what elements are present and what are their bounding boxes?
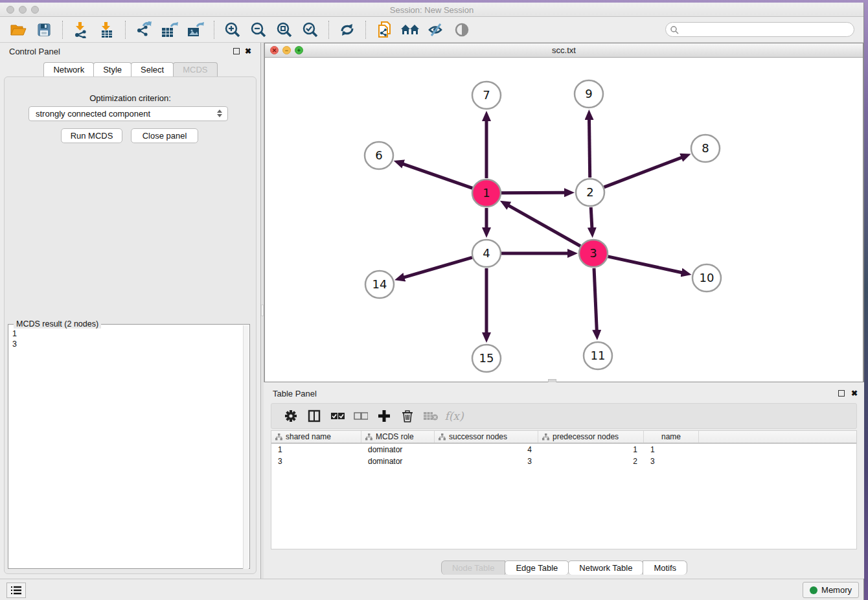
graph-node-4[interactable]: 4 — [472, 240, 501, 267]
column-header-predecessor-nodes[interactable]: predecessor nodes — [538, 431, 644, 443]
graph-node-2[interactable]: 2 — [576, 179, 604, 206]
search-input[interactable] — [679, 25, 854, 34]
apply-layout-icon[interactable] — [334, 20, 360, 40]
network-canvas[interactable]: 7968124314101511 — [265, 58, 863, 382]
unselect-all-columns-icon[interactable] — [349, 406, 372, 426]
table-cell[interactable]: 2 — [538, 457, 644, 467]
table-row[interactable]: 1dominator411 — [271, 445, 856, 456]
graph-edge-1-6[interactable] — [402, 164, 472, 189]
graph-edge-1-2[interactable] — [501, 192, 565, 193]
table-cell[interactable]: 1 — [644, 445, 699, 456]
zoom-fit-icon[interactable] — [271, 20, 297, 40]
show-eye-icon[interactable] — [449, 20, 475, 40]
table-settings-icon[interactable] — [279, 406, 303, 426]
float-panel-icon[interactable] — [233, 48, 240, 54]
import-network-icon[interactable] — [68, 20, 94, 40]
export-network-icon[interactable] — [131, 20, 157, 40]
table-close-icon[interactable]: ✖ — [851, 389, 858, 398]
tab-select[interactable]: Select — [131, 62, 174, 76]
table-cell[interactable]: dominator — [361, 457, 435, 467]
column-header-name[interactable]: name — [644, 431, 699, 443]
close-panel-button[interactable]: Close panel — [131, 128, 198, 143]
graph-edge-3-11[interactable] — [594, 268, 597, 331]
tab-edge-table[interactable]: Edge Table — [505, 560, 569, 575]
column-header-successor-nodes[interactable]: successor nodes — [435, 431, 538, 443]
graph-node-1[interactable]: 1 — [472, 179, 501, 207]
graph-node-14[interactable]: 14 — [365, 271, 394, 298]
table-cell[interactable]: 1 — [538, 445, 644, 456]
open-session-icon[interactable] — [5, 20, 31, 40]
table-cell[interactable]: 3 — [435, 457, 538, 467]
task-history-button[interactable] — [6, 583, 26, 598]
save-session-icon[interactable] — [31, 20, 57, 40]
table-cell[interactable]: 4 — [435, 445, 538, 456]
clone-network-icon[interactable] — [371, 20, 397, 40]
graph-node-7[interactable]: 7 — [472, 82, 501, 109]
tab-motifs[interactable]: Motifs — [643, 560, 687, 575]
graph-node-6[interactable]: 6 — [365, 142, 393, 169]
tab-mcds[interactable]: MCDS — [173, 62, 217, 76]
memory-button[interactable]: Memory — [803, 582, 859, 598]
table-row[interactable]: 3dominator323 — [271, 457, 856, 467]
export-image-icon[interactable] — [183, 20, 209, 40]
select-all-columns-icon[interactable] — [326, 406, 349, 426]
result-scrollbar[interactable] — [243, 325, 249, 569]
networks-overview-icon[interactable] — [397, 20, 423, 40]
graph-node-15[interactable]: 15 — [472, 345, 501, 372]
hide-selected-icon[interactable] — [423, 20, 449, 40]
column-header-MCDS-role[interactable]: MCDS role — [361, 431, 435, 443]
delete-table-icon[interactable] — [419, 406, 442, 426]
column-header-label[interactable]: name — [661, 432, 681, 441]
optimization-criterion-dropdown[interactable]: strongly connected component — [29, 106, 228, 121]
graph-edge-2-3[interactable] — [591, 207, 592, 229]
tab-node-table[interactable]: Node Table — [441, 560, 506, 575]
graph-edge-2-9[interactable] — [589, 119, 590, 178]
dropdown-stepper-icon — [217, 110, 222, 117]
svg-text:14: 14 — [372, 277, 387, 291]
zoom-out-icon[interactable] — [246, 20, 271, 40]
table-header-row: shared nameMCDS rolesuccessor nodesprede… — [271, 431, 856, 444]
table-panel-title: Table Panel — [273, 389, 317, 398]
export-table-icon[interactable] — [157, 20, 183, 40]
column-header-label[interactable]: MCDS role — [376, 432, 414, 441]
graph-edge-3-10[interactable] — [608, 257, 682, 273]
tab-network[interactable]: Network — [43, 62, 94, 76]
table-float-icon[interactable] — [838, 390, 845, 397]
show-column-icon[interactable] — [303, 406, 326, 426]
import-table-icon[interactable] — [94, 20, 120, 40]
graph-node-11[interactable]: 11 — [584, 342, 612, 369]
network-window-titlebar[interactable]: ✕ − + scc.txt — [265, 43, 863, 58]
search-field[interactable] — [665, 22, 854, 37]
column-header-shared-name[interactable]: shared name — [271, 431, 361, 443]
graph-node-9[interactable]: 9 — [575, 80, 603, 108]
column-header-label[interactable]: predecessor nodes — [553, 432, 619, 441]
splitter-handle[interactable] — [261, 305, 264, 316]
zoom-selected-icon[interactable] — [297, 20, 323, 40]
table-cell[interactable]: dominator — [361, 445, 435, 456]
graph-edge-2-8[interactable] — [604, 157, 682, 187]
add-column-icon[interactable] — [372, 406, 396, 426]
graph-edge-4-14[interactable] — [403, 257, 472, 277]
table-cell[interactable]: 1 — [271, 445, 361, 456]
graph-node-3[interactable]: 3 — [579, 240, 608, 267]
column-header-label[interactable]: shared name — [286, 432, 331, 441]
control-panel-tabs: NetworkStyleSelectMCDS — [0, 62, 260, 76]
result-line: 1 — [12, 329, 17, 339]
table-cell[interactable]: 3 — [644, 457, 699, 467]
svg-text:11: 11 — [591, 349, 606, 362]
table-cell[interactable]: 3 — [271, 457, 361, 467]
sort-column-icon — [542, 433, 549, 441]
node-table[interactable]: shared nameMCDS rolesuccessor nodesprede… — [271, 430, 857, 549]
graph-node-10[interactable]: 10 — [692, 264, 721, 292]
close-panel-icon[interactable]: ✖ — [245, 47, 251, 56]
tab-network-table[interactable]: Network Table — [568, 560, 643, 575]
delete-column-icon[interactable] — [396, 406, 419, 426]
run-mcds-button[interactable]: Run MCDS — [61, 128, 122, 143]
graph-node-8[interactable]: 8 — [691, 135, 720, 162]
function-builder-icon[interactable]: f(x) — [442, 406, 466, 426]
zoom-in-icon[interactable] — [220, 20, 246, 40]
tab-style[interactable]: Style — [93, 62, 131, 76]
mcds-result-box: MCDS result (2 nodes) 13 — [8, 324, 250, 569]
graph-edge-3-1[interactable] — [508, 205, 580, 246]
column-header-label[interactable]: successor nodes — [449, 432, 507, 441]
